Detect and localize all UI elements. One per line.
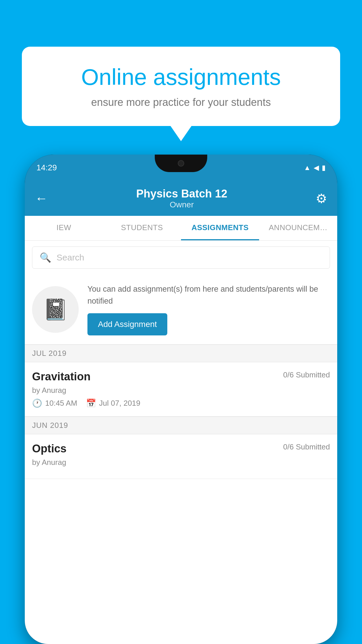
- phone-screen: 🔍 Search 📓 You can add assignment(s) fro…: [25, 241, 337, 644]
- battery-icon: ▮: [322, 164, 326, 172]
- header-center: Physics Batch 12 Owner: [48, 188, 316, 209]
- speech-bubble: Online assignments ensure more practice …: [22, 47, 340, 126]
- detail-date-gravitation: 📅 Jul 07, 2019: [86, 398, 140, 408]
- assignment-header-row: Gravitation 0/6 Submitted: [32, 370, 330, 383]
- detail-date-value: Jul 07, 2019: [99, 399, 140, 408]
- assignment-item-optics[interactable]: Optics 0/6 Submitted by Anurag: [25, 434, 337, 479]
- promo-icon-circle: 📓: [32, 286, 79, 333]
- assignment-meta-gravitation: by Anurag: [32, 386, 330, 395]
- calendar-icon: 📅: [86, 398, 96, 408]
- phone-status-icons: ▲ ◀ ▮: [304, 164, 326, 172]
- promo-content: You can add assignment(s) from here and …: [87, 283, 330, 335]
- speech-bubble-container: Online assignments ensure more practice …: [22, 47, 340, 126]
- tab-iew[interactable]: IEW: [25, 216, 103, 240]
- phone-frame: 14:29 ▲ ◀ ▮ ← Physics Batch 12 Owner ⚙ I…: [25, 155, 337, 644]
- search-container: 🔍 Search: [25, 241, 337, 274]
- wifi-icon: ▲: [304, 164, 311, 172]
- header-subtitle: Owner: [48, 200, 316, 209]
- tab-announcements[interactable]: ANNOUNCEM…: [259, 216, 337, 240]
- tab-assignments[interactable]: ASSIGNMENTS: [181, 216, 259, 240]
- phone-camera: [178, 160, 184, 167]
- speech-bubble-subtitle: ensure more practice for your students: [42, 96, 320, 108]
- assignment-submitted-gravitation: 0/6 Submitted: [283, 370, 330, 379]
- search-bar[interactable]: 🔍 Search: [32, 246, 330, 269]
- signal-icon: ◀: [314, 164, 319, 172]
- settings-icon[interactable]: ⚙: [316, 191, 327, 206]
- header-title: Physics Batch 12: [48, 188, 316, 200]
- notebook-icon: 📓: [43, 298, 68, 321]
- add-assignment-promo: 📓 You can add assignment(s) from here an…: [25, 274, 337, 344]
- promo-text: You can add assignment(s) from here and …: [87, 283, 330, 307]
- phone-status-bar: 14:29 ▲ ◀ ▮: [25, 155, 337, 181]
- assignment-title-optics: Optics: [32, 442, 66, 455]
- back-button[interactable]: ←: [35, 191, 48, 206]
- assignment-title-gravitation: Gravitation: [32, 370, 91, 383]
- speech-bubble-title: Online assignments: [42, 64, 320, 90]
- clock-icon: 🕐: [32, 398, 42, 408]
- phone-time: 14:29: [36, 163, 57, 172]
- assignment-item-gravitation[interactable]: Gravitation 0/6 Submitted by Anurag 🕐 10…: [25, 362, 337, 416]
- detail-time-value: 10:45 AM: [45, 399, 77, 408]
- section-header-jun-2019: JUN 2019: [25, 416, 337, 434]
- assignment-submitted-optics: 0/6 Submitted: [283, 442, 330, 452]
- phone-notch: [155, 155, 207, 172]
- tab-students[interactable]: STUDENTS: [103, 216, 181, 240]
- assignment-header-row-optics: Optics 0/6 Submitted: [32, 442, 330, 455]
- search-icon: 🔍: [40, 252, 51, 263]
- assignment-meta-optics: by Anurag: [32, 458, 330, 467]
- search-placeholder: Search: [57, 253, 84, 262]
- assignment-details-gravitation: 🕐 10:45 AM 📅 Jul 07, 2019: [32, 398, 330, 408]
- section-header-jul-2019: JUL 2019: [25, 344, 337, 362]
- add-assignment-button[interactable]: Add Assignment: [87, 313, 167, 335]
- detail-time-gravitation: 🕐 10:45 AM: [32, 398, 77, 408]
- tabs-bar: IEW STUDENTS ASSIGNMENTS ANNOUNCEM…: [25, 216, 337, 241]
- app-header: ← Physics Batch 12 Owner ⚙: [25, 181, 337, 216]
